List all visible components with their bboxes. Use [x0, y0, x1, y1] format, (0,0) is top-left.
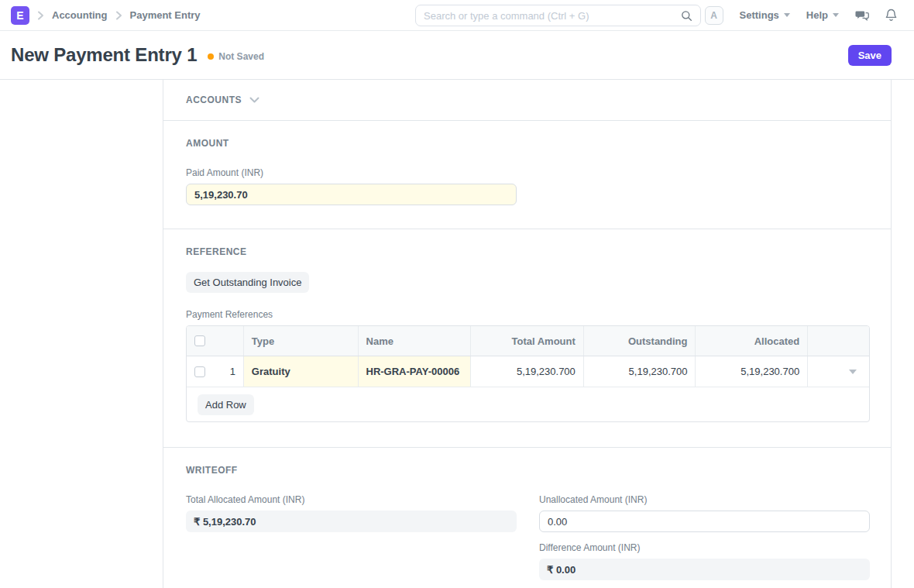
- form-body: ACCOUNTS AMOUNT Paid Amount (INR) REFERE…: [163, 80, 892, 588]
- page-title: New Payment Entry 1: [11, 44, 197, 66]
- col-header-total-amount: Total Amount: [471, 326, 584, 356]
- save-button[interactable]: Save: [848, 45, 892, 66]
- col-header-outstanding: Outstanding: [584, 326, 696, 356]
- payment-references-grid: Type Name Total Amount Outstanding Alloc…: [186, 325, 870, 422]
- section-amount-label: AMOUNT: [186, 138, 868, 149]
- settings-label: Settings: [740, 9, 779, 21]
- section-reference: REFERENCE Get Outstanding Invoice Paymen…: [163, 229, 891, 448]
- status-text: Not Saved: [218, 51, 264, 62]
- payment-references-label: Payment References: [186, 309, 868, 320]
- breadcrumb-payment-entry[interactable]: Payment Entry: [130, 9, 201, 21]
- grid-row: 1 Gratuity HR-GRA-PAY-00006 5,19,230.700…: [187, 356, 869, 387]
- paid-amount-field[interactable]: [186, 184, 517, 205]
- col-header-allocated: Allocated: [696, 326, 808, 356]
- grid-header-row: Type Name Total Amount Outstanding Alloc…: [187, 326, 869, 356]
- section-writeoff-label: WRITEOFF: [186, 465, 868, 476]
- col-header-name: Name: [359, 326, 472, 356]
- status-dot-icon: [208, 53, 214, 60]
- unallocated-amount-label: Unallocated Amount (INR): [539, 494, 870, 505]
- page-head: New Payment Entry 1 Not Saved Save: [0, 31, 914, 80]
- cell-outstanding[interactable]: 5,19,230.700: [584, 356, 696, 387]
- cell-name[interactable]: HR-GRA-PAY-00006: [359, 356, 472, 387]
- app-logo[interactable]: E: [11, 6, 29, 25]
- chevron-down-icon: [249, 93, 259, 107]
- chevron-down-icon: [784, 13, 790, 17]
- breadcrumb-chevron-icon: [115, 11, 122, 20]
- breadcrumb-chevron-icon: [37, 11, 44, 20]
- bell-icon[interactable]: [885, 9, 897, 22]
- section-accounts[interactable]: ACCOUNTS: [163, 80, 891, 121]
- section-amount: AMOUNT Paid Amount (INR): [163, 121, 891, 229]
- navbar: E Accounting Payment Entry A Settings He…: [0, 0, 914, 31]
- difference-amount-value: ₹ 0.00: [539, 559, 870, 580]
- row-checkbox[interactable]: [194, 366, 205, 377]
- difference-amount-label: Difference Amount (INR): [539, 542, 870, 553]
- total-allocated-amount-label: Total Allocated Amount (INR): [186, 494, 517, 505]
- help-label: Help: [806, 9, 828, 21]
- user-avatar[interactable]: A: [705, 6, 723, 25]
- select-all-checkbox[interactable]: [194, 335, 205, 346]
- grid-footer-row: Add Row: [187, 387, 869, 421]
- breadcrumb-accounting[interactable]: Accounting: [52, 9, 108, 21]
- paid-amount-label: Paid Amount (INR): [186, 167, 868, 178]
- chevron-down-icon: [833, 13, 839, 17]
- section-writeoff: WRITEOFF Total Allocated Amount (INR) ₹ …: [163, 448, 891, 588]
- status-badge: Not Saved: [208, 51, 264, 62]
- cell-allocated[interactable]: 5,19,230.700: [696, 356, 808, 387]
- total-allocated-amount-value: ₹ 5,19,230.70: [186, 511, 517, 532]
- cell-type[interactable]: Gratuity: [244, 356, 359, 387]
- search-input[interactable]: [424, 10, 681, 22]
- chat-icon[interactable]: [855, 9, 869, 22]
- help-menu[interactable]: Help: [806, 9, 839, 21]
- global-search[interactable]: [415, 5, 701, 26]
- section-reference-label: REFERENCE: [186, 246, 868, 257]
- add-row-button[interactable]: Add Row: [198, 394, 254, 415]
- section-accounts-label: ACCOUNTS: [186, 95, 242, 105]
- unallocated-amount-field[interactable]: [539, 511, 870, 532]
- row-expand-icon[interactable]: [849, 370, 857, 374]
- row-index[interactable]: 1: [230, 366, 235, 377]
- cell-total-amount[interactable]: 5,19,230.700: [471, 356, 584, 387]
- get-outstanding-invoice-button[interactable]: Get Outstanding Invoice: [186, 272, 309, 293]
- search-icon: [681, 10, 692, 22]
- settings-menu[interactable]: Settings: [740, 9, 790, 21]
- col-header-type: Type: [244, 326, 359, 356]
